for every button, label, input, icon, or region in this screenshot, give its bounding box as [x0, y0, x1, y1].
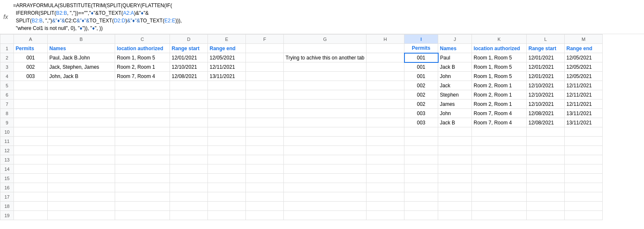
cell-k-11[interactable] — [472, 137, 527, 146]
cell-a-18[interactable] — [14, 202, 48, 211]
cell-h-5[interactable] — [366, 81, 404, 90]
cell-h-11[interactable] — [366, 137, 404, 146]
cell-b-13[interactable] — [48, 155, 115, 164]
cell-l-14[interactable] — [527, 164, 565, 174]
cell-g-7[interactable] — [284, 100, 366, 109]
cell-a-4[interactable]: 003 — [14, 72, 48, 81]
cell-b-18[interactable] — [48, 202, 115, 211]
formula-text[interactable]: =ARRAYFORMULA(SUBSTITUTE(TRIM(SPLIT(QUER… — [13, 2, 182, 32]
cell-f-8[interactable] — [246, 109, 284, 118]
cell-e-6[interactable] — [208, 90, 246, 100]
cell-g-6[interactable] — [284, 90, 366, 100]
cell-j-15[interactable] — [438, 174, 472, 183]
col-header-k[interactable]: K — [472, 35, 527, 44]
cell-d-3[interactable]: 12/10/2021 — [170, 62, 208, 72]
cell-i-8[interactable]: 003 — [404, 109, 438, 118]
cell-i-15[interactable] — [404, 174, 438, 183]
cell-b-7[interactable] — [48, 100, 115, 109]
cell-k-3[interactable]: Room 1, Room 5 — [472, 62, 527, 72]
cell-i-17[interactable] — [404, 192, 438, 202]
cell-l-7[interactable]: 12/10/2021 — [527, 100, 565, 109]
cell-k-18[interactable] — [472, 202, 527, 211]
cell-m-13[interactable] — [565, 155, 603, 164]
cell-d-9[interactable] — [170, 118, 208, 127]
cell-i-5[interactable]: 002 — [404, 81, 438, 90]
cell-l-17[interactable] — [527, 192, 565, 202]
cell-h-13[interactable] — [366, 155, 404, 164]
cell-d-10[interactable] — [170, 127, 208, 137]
cell-k-16[interactable] — [472, 183, 527, 192]
cell-i-9[interactable]: 003 — [404, 118, 438, 127]
header-cell-k-1[interactable]: location authorized — [472, 44, 527, 53]
cell-c-5[interactable] — [115, 81, 170, 90]
cell-d-7[interactable] — [170, 100, 208, 109]
cell-a-2[interactable]: 001 — [14, 53, 48, 62]
cell-g-2[interactable]: Trying to achive this on another tab — [284, 53, 366, 62]
cell-k-12[interactable] — [472, 146, 527, 155]
cell-i-10[interactable] — [404, 127, 438, 137]
cell-c-12[interactable] — [115, 146, 170, 155]
cell-j-18[interactable] — [438, 202, 472, 211]
cell-g-15[interactable] — [284, 174, 366, 183]
cell-j-7[interactable]: James — [438, 100, 472, 109]
cell-h-10[interactable] — [366, 127, 404, 137]
cell-j-11[interactable] — [438, 137, 472, 146]
cell-f-7[interactable] — [246, 100, 284, 109]
cell-h-15[interactable] — [366, 174, 404, 183]
cell-b-12[interactable] — [48, 146, 115, 155]
header-cell-i-1[interactable]: Permits — [404, 44, 438, 53]
cell-e-13[interactable] — [208, 155, 246, 164]
cell-k-10[interactable] — [472, 127, 527, 137]
cell-e-9[interactable] — [208, 118, 246, 127]
cell-g-18[interactable] — [284, 202, 366, 211]
cell-c-11[interactable] — [115, 137, 170, 146]
cell-b-17[interactable] — [48, 192, 115, 202]
cell-j-3[interactable]: Jack B — [438, 62, 472, 72]
cell-a-12[interactable] — [14, 146, 48, 155]
cell-d-13[interactable] — [170, 155, 208, 164]
cell-i-16[interactable] — [404, 183, 438, 192]
cell-l-4[interactable]: 12/01/2021 — [527, 72, 565, 81]
cell-l-11[interactable] — [527, 137, 565, 146]
cell-e-16[interactable] — [208, 183, 246, 192]
cell-h-19[interactable] — [366, 211, 404, 220]
cell-a-13[interactable] — [14, 155, 48, 164]
cell-c-3[interactable]: Room 2, Room 1 — [115, 62, 170, 72]
cell-c-10[interactable] — [115, 127, 170, 137]
cell-c-19[interactable] — [115, 211, 170, 220]
cell-c-8[interactable] — [115, 109, 170, 118]
cell-m-3[interactable]: 12/05/2021 — [565, 62, 603, 72]
col-header-g[interactable]: G — [284, 35, 366, 44]
col-header-c[interactable]: C — [115, 35, 170, 44]
cell-e-12[interactable] — [208, 146, 246, 155]
header-cell-f-1[interactable] — [246, 44, 284, 53]
cell-j-9[interactable]: Jack B — [438, 118, 472, 127]
cell-l-12[interactable] — [527, 146, 565, 155]
cell-g-5[interactable] — [284, 81, 366, 90]
cell-f-6[interactable] — [246, 90, 284, 100]
cell-m-15[interactable] — [565, 174, 603, 183]
cell-i-19[interactable] — [404, 211, 438, 220]
cell-a-15[interactable] — [14, 174, 48, 183]
cell-a-9[interactable] — [14, 118, 48, 127]
col-header-l[interactable]: L — [527, 35, 565, 44]
cell-b-15[interactable] — [48, 174, 115, 183]
cell-m-19[interactable] — [565, 211, 603, 220]
cell-k-19[interactable] — [472, 211, 527, 220]
cell-h-9[interactable] — [366, 118, 404, 127]
cell-b-4[interactable]: John, Jack B — [48, 72, 115, 81]
cell-a-5[interactable] — [14, 81, 48, 90]
cell-b-16[interactable] — [48, 183, 115, 192]
cell-h-14[interactable] — [366, 164, 404, 174]
cell-d-4[interactable]: 12/08/2021 — [170, 72, 208, 81]
header-cell-j-1[interactable]: Names — [438, 44, 472, 53]
cell-j-12[interactable] — [438, 146, 472, 155]
header-cell-a-1[interactable]: Permits — [14, 44, 48, 53]
cell-m-8[interactable]: 13/11/2021 — [565, 109, 603, 118]
cell-b-10[interactable] — [48, 127, 115, 137]
cell-f-10[interactable] — [246, 127, 284, 137]
cell-b-8[interactable] — [48, 109, 115, 118]
col-header-d[interactable]: D — [170, 35, 208, 44]
cell-c-17[interactable] — [115, 192, 170, 202]
header-cell-h-1[interactable] — [366, 44, 404, 53]
